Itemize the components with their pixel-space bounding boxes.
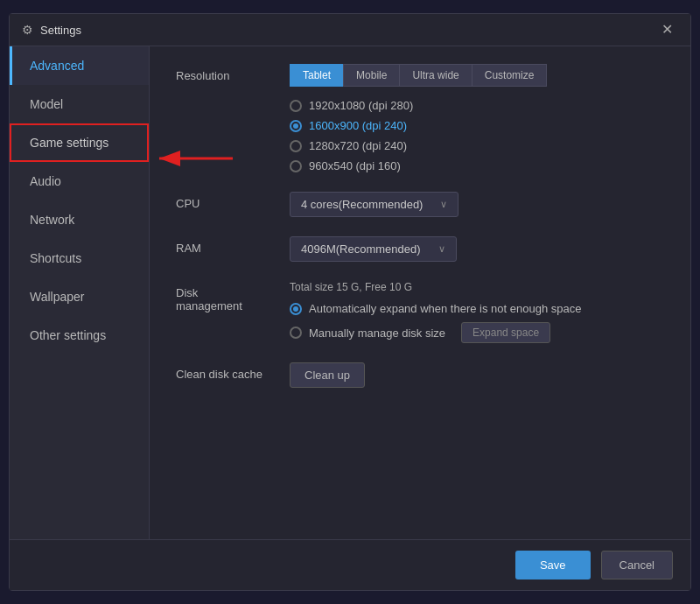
cpu-dropdown[interactable]: 4 cores(Recommended) ∨	[290, 192, 458, 217]
radio-circle-2	[290, 120, 302, 132]
cache-label: Clean disk cache	[176, 362, 290, 381]
tab-mobile[interactable]: Mobile	[343, 64, 399, 87]
disk-radio-group: Automatically expand when there is not e…	[290, 302, 664, 343]
disk-section: Disk management Total size 15 G, Free 10…	[176, 281, 664, 343]
sidebar-item-model[interactable]: Model	[10, 85, 149, 123]
cpu-dropdown-arrow: ∨	[440, 199, 447, 210]
radio-circle-4	[290, 160, 302, 172]
disk-content: Total size 15 G, Free 10 G Automatically…	[290, 281, 664, 343]
resolution-option-3[interactable]: 1280x720 (dpi 240)	[290, 139, 664, 152]
ram-section: RAM 4096M(Recommended) ∨	[176, 236, 664, 262]
cancel-button[interactable]: Cancel	[601, 551, 673, 579]
disk-radio-manual	[290, 327, 302, 339]
content-area: Advanced Model Game settings Audio Netwo…	[10, 46, 690, 539]
close-button[interactable]: ✕	[656, 21, 678, 39]
tab-tablet[interactable]: Tablet	[290, 64, 343, 87]
resolution-label: Resolution	[176, 64, 290, 82]
radio-circle-1	[290, 100, 302, 112]
tab-customize[interactable]: Customize	[472, 64, 548, 87]
resolution-radio-group: 1920x1080 (dpi 280) 1600x900 (dpi 240) 1…	[290, 99, 664, 172]
disk-label: Disk management	[176, 281, 290, 313]
radio-circle-3	[290, 140, 302, 152]
cleanup-button[interactable]: Clean up	[290, 362, 365, 388]
resolution-tab-group: Tablet Mobile Ultra wide Customize	[290, 64, 664, 87]
expand-space-button[interactable]: Expand space	[461, 322, 550, 343]
sidebar-item-game-settings[interactable]: Game settings	[10, 123, 149, 162]
ram-label: RAM	[176, 236, 290, 255]
sidebar-item-audio[interactable]: Audio	[10, 162, 149, 200]
sidebar-item-advanced[interactable]: Advanced	[10, 46, 149, 85]
main-panel: Resolution Tablet Mobile Ultra wide Cust…	[150, 46, 690, 539]
sidebar-item-network[interactable]: Network	[10, 200, 149, 239]
settings-icon: ⚙	[22, 23, 33, 37]
cache-content: Clean up	[290, 362, 664, 388]
cpu-label: CPU	[176, 192, 290, 210]
sidebar-item-other-settings[interactable]: Other settings	[10, 316, 149, 355]
save-button[interactable]: Save	[515, 551, 591, 579]
bottom-bar: Save Cancel	[10, 539, 690, 590]
ram-dropdown[interactable]: 4096M(Recommended) ∨	[290, 236, 457, 262]
resolution-content: Tablet Mobile Ultra wide Customize 1920x…	[290, 64, 664, 172]
cpu-content: 4 cores(Recommended) ∨	[290, 192, 664, 217]
sidebar-item-wallpaper[interactable]: Wallpaper	[10, 277, 149, 316]
title-bar-left: ⚙ Settings	[22, 23, 81, 37]
ram-dropdown-arrow: ∨	[438, 243, 445, 255]
tab-ultrawide[interactable]: Ultra wide	[399, 64, 471, 87]
disk-info: Total size 15 G, Free 10 G	[290, 281, 664, 293]
resolution-section: Resolution Tablet Mobile Ultra wide Cust…	[176, 64, 664, 172]
title-bar: ⚙ Settings ✕	[10, 14, 690, 46]
resolution-option-2[interactable]: 1600x900 (dpi 240)	[290, 119, 664, 132]
resolution-option-4[interactable]: 960x540 (dpi 160)	[290, 159, 664, 172]
window-title: Settings	[40, 24, 81, 37]
ram-content: 4096M(Recommended) ∨	[290, 236, 664, 262]
cache-section: Clean disk cache Clean up	[176, 362, 664, 388]
disk-option-manual[interactable]: Manually manage disk size Expand space	[290, 322, 664, 343]
disk-radio-auto	[290, 303, 302, 315]
resolution-option-1[interactable]: 1920x1080 (dpi 280)	[290, 99, 664, 112]
sidebar: Advanced Model Game settings Audio Netwo…	[10, 46, 150, 539]
sidebar-item-shortcuts[interactable]: Shortcuts	[10, 239, 149, 277]
cpu-section: CPU 4 cores(Recommended) ∨	[176, 192, 664, 217]
disk-option-auto[interactable]: Automatically expand when there is not e…	[290, 302, 664, 315]
settings-dialog: ⚙ Settings ✕ Advanced Model Game setting…	[9, 13, 691, 591]
